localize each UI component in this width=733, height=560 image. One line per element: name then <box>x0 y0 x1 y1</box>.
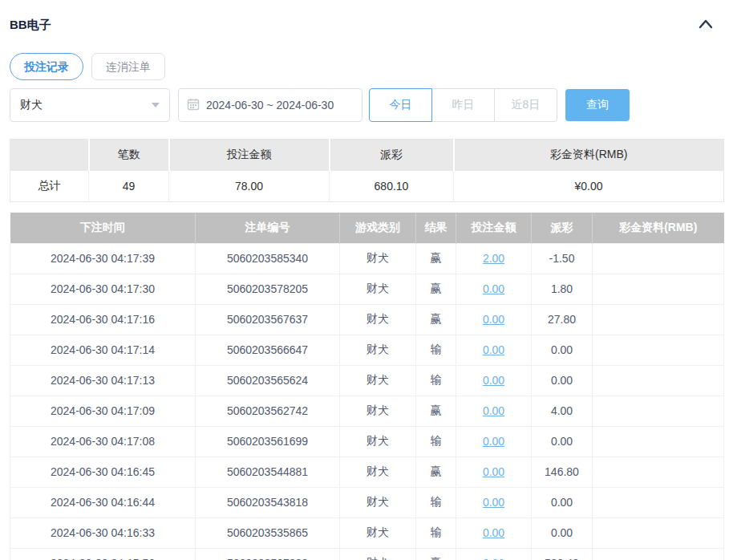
caret-down-icon <box>152 103 160 108</box>
game-type-cell: 财犬 <box>340 304 416 335</box>
game-select[interactable]: 财犬 <box>10 88 170 122</box>
result-cell: 输 <box>416 426 456 457</box>
bet-amount-link[interactable]: 0.00 <box>483 465 504 478</box>
bet-amount-cell: 0.00 <box>456 517 532 548</box>
bet-id-cell: 5060203578205 <box>196 274 340 304</box>
bet-amount-cell: 0.00 <box>456 304 532 335</box>
result-cell: 输 <box>416 487 456 517</box>
bet-time-cell: 2024-06-30 04:17:13 <box>10 365 196 396</box>
summary-header-empty <box>10 140 89 171</box>
bonus-cell <box>593 274 724 304</box>
summary-total-payout: 680.10 <box>330 171 454 202</box>
bet-id-cell: 5060203562742 <box>196 396 340 426</box>
bet-amount-cell: 0.00 <box>456 396 532 426</box>
bet-time-cell: 2024-06-30 04:16:45 <box>10 457 196 487</box>
summary-table: 笔数 投注金额 派彩 彩金资料(RMB) 总计 49 78.00 680.10 … <box>10 139 724 202</box>
bet-id-cell: 5060203543818 <box>196 487 340 517</box>
bet-amount-link[interactable]: 0.00 <box>483 435 504 448</box>
table-row: 2024-06-30 04:17:30 5060203578205 财犬 赢 0… <box>10 274 724 304</box>
payout-cell: 146.80 <box>532 457 593 487</box>
bet-amount-cell: 0.00 <box>456 274 532 304</box>
bet-id-cell: 5060203507280 <box>196 548 340 560</box>
payout-cell: 0.00 <box>532 335 593 365</box>
bet-id-cell: 5060203585340 <box>196 243 340 274</box>
collapse-panel-button[interactable] <box>695 16 717 34</box>
bet-time-cell: 2024-06-30 04:17:30 <box>10 274 196 304</box>
bonus-cell <box>593 335 724 365</box>
payout-cell: 27.80 <box>532 304 593 335</box>
table-row: 2024-06-30 04:16:33 5060203535865 财犬 输 0… <box>10 517 724 548</box>
game-select-value: 财犬 <box>20 98 43 112</box>
game-type-cell: 财犬 <box>340 457 416 487</box>
panel-title: BB电子 <box>10 18 51 33</box>
result-cell: 赢 <box>416 548 456 560</box>
game-type-cell: 财犬 <box>340 396 416 426</box>
result-cell: 赢 <box>416 274 456 304</box>
payout-cell: 4.00 <box>532 396 593 426</box>
bet-records-panel: BB电子 投注记录 连消注单 财犬 2024-06-30 ~ 2024-06-3… <box>0 0 733 560</box>
bonus-cell <box>593 457 724 487</box>
bet-table: 下注时间 注单编号 游戏类别 结果 投注金额 派彩 彩金资料(RMB) 2024… <box>10 213 724 560</box>
table-row: 2024-06-30 04:17:08 5060203561699 财犬 输 0… <box>10 426 724 457</box>
header-bet-amount: 投注金额 <box>456 213 532 243</box>
table-row: 2024-06-30 04:17:09 5060203562742 财犬 赢 0… <box>10 396 724 426</box>
calendar-icon <box>187 98 200 113</box>
bet-amount-link[interactable]: 2.00 <box>483 252 504 265</box>
payout-cell: 520.40 <box>532 548 593 560</box>
bet-amount-link[interactable]: 0.00 <box>483 313 504 326</box>
bet-amount-link[interactable]: 0.00 <box>483 557 504 560</box>
date-range-input[interactable]: 2024-06-30 ~ 2024-06-30 <box>178 88 362 122</box>
bet-amount-link[interactable]: 0.00 <box>483 282 504 295</box>
bet-amount-link[interactable]: 0.00 <box>483 343 504 356</box>
result-cell: 赢 <box>416 396 456 426</box>
bet-time-cell: 2024-06-30 04:17:14 <box>10 335 196 365</box>
table-row: 2024-06-30 04:17:13 5060203565624 财犬 输 0… <box>10 365 724 396</box>
bonus-cell <box>593 487 724 517</box>
quick-date-button-group: 今日 昨日 近8日 <box>369 88 557 122</box>
summary-total-label: 总计 <box>10 171 89 202</box>
bet-id-cell: 5060203567637 <box>196 304 340 335</box>
bet-time-cell: 2024-06-30 04:16:33 <box>10 517 196 548</box>
summary-header-payout: 派彩 <box>330 140 454 171</box>
table-row: 2024-06-30 04:16:45 5060203544881 财犬 赢 0… <box>10 457 724 487</box>
today-button[interactable]: 今日 <box>369 88 432 122</box>
bet-time-cell: 2024-06-30 04:17:39 <box>10 243 196 274</box>
game-type-cell: 财犬 <box>340 335 416 365</box>
payout-cell: 0.00 <box>532 487 593 517</box>
bet-id-cell: 5060203544881 <box>196 457 340 487</box>
bet-amount-cell: 2.00 <box>456 243 532 274</box>
payout-cell: 0.00 <box>532 426 593 457</box>
result-cell: 输 <box>416 335 456 365</box>
last-8-days-button[interactable]: 近8日 <box>494 88 557 122</box>
bet-id-cell: 5060203566647 <box>196 335 340 365</box>
header-bet-id: 注单编号 <box>196 213 340 243</box>
tab-bet-records[interactable]: 投注记录 <box>10 53 83 80</box>
summary-header-bet-amount: 投注金额 <box>169 140 330 171</box>
game-type-cell: 财犬 <box>340 365 416 396</box>
result-cell: 赢 <box>416 457 456 487</box>
search-button[interactable]: 查询 <box>565 89 630 121</box>
bet-table-header-row: 下注时间 注单编号 游戏类别 结果 投注金额 派彩 彩金资料(RMB) <box>10 213 724 243</box>
bet-id-cell: 5060203561699 <box>196 426 340 457</box>
summary-total-row: 总计 49 78.00 680.10 ¥0.00 <box>10 171 724 202</box>
game-type-cell: 财犬 <box>340 548 416 560</box>
bonus-cell <box>593 396 724 426</box>
bet-amount-link[interactable]: 0.00 <box>483 404 504 417</box>
summary-header-bonus: 彩金资料(RMB) <box>454 140 724 171</box>
payout-cell: 0.00 <box>532 365 593 396</box>
table-row: 2024-06-30 04:17:16 5060203567637 财犬 赢 0… <box>10 304 724 335</box>
bet-amount-link[interactable]: 0.00 <box>483 374 504 387</box>
bet-amount-link[interactable]: 0.00 <box>483 496 504 509</box>
bet-time-cell: 2024-06-30 04:16:44 <box>10 487 196 517</box>
bet-id-cell: 5060203565624 <box>196 365 340 396</box>
bonus-cell <box>593 365 724 396</box>
bet-time-cell: 2024-06-30 04:17:08 <box>10 426 196 457</box>
table-row: 2024-06-30 04:15:56 5060203507280 财犬 赢 0… <box>10 548 724 560</box>
bet-amount-link[interactable]: 0.00 <box>483 526 504 539</box>
bet-table-body: 2024-06-30 04:17:39 5060203585340 财犬 赢 2… <box>10 243 724 560</box>
game-type-cell: 财犬 <box>340 517 416 548</box>
bet-amount-cell: 0.00 <box>456 548 532 560</box>
yesterday-button[interactable]: 昨日 <box>431 88 495 122</box>
tab-cancelled-bets[interactable]: 连消注单 <box>91 53 165 80</box>
header-game-type: 游戏类别 <box>340 213 416 243</box>
